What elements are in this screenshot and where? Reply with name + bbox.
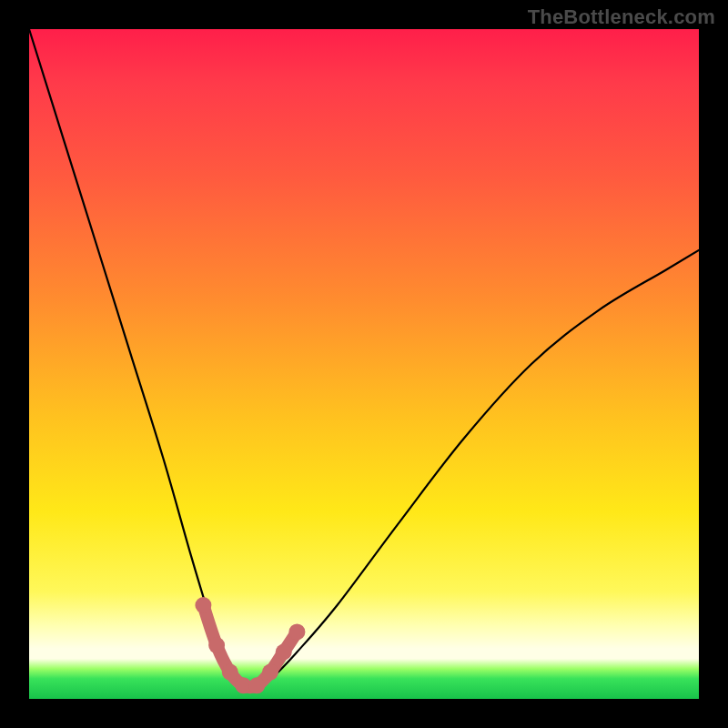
curve-svg [29,29,699,699]
optimal-range-dot [262,664,278,681]
optimal-range-dot [208,637,225,653]
optimal-range-dot [276,644,292,661]
plot-area [29,29,699,699]
optimal-range-dot [248,677,265,693]
optimal-range-dot [288,623,305,640]
chart-frame: TheBottleneck.com [0,0,728,728]
bottleneck-curve [29,29,699,685]
optimal-range-dot [222,664,238,681]
watermark-text: TheBottleneck.com [528,5,715,29]
optimal-range-dot [195,597,211,613]
